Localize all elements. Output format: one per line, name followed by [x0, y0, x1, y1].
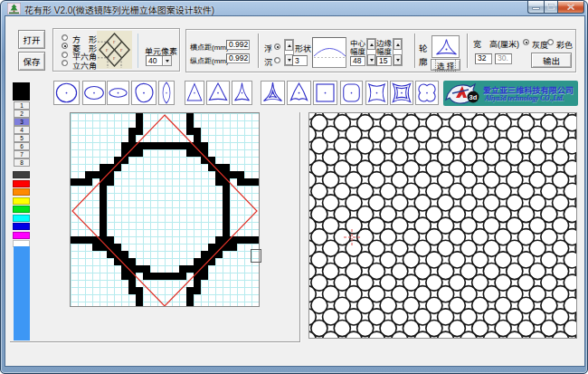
contour-select-label: 选 择 [435, 59, 456, 72]
unit-cell-raster [71, 113, 259, 306]
panel-divider-vertical [299, 112, 300, 342]
output-height-field[interactable]: 30. [495, 53, 512, 64]
shape-label: 形状 [295, 43, 311, 54]
layer-button-7[interactable]: 7 [14, 150, 30, 158]
color-swatch-0[interactable] [13, 171, 30, 178]
output-width-field[interactable]: 32 [475, 53, 492, 64]
color-swatch-4[interactable] [13, 206, 30, 213]
window-controls [527, 1, 584, 14]
layer-button-1[interactable]: 1 [14, 101, 30, 110]
shape-button-tri-star-sharp[interactable] [261, 81, 285, 105]
shape-button-rounded-triangle[interactable] [206, 81, 230, 105]
output-size-label: 宽 高(厘米) [473, 38, 519, 51]
layer-button-6[interactable]: 6 [14, 142, 30, 150]
separator-2 [414, 34, 415, 68]
output-button[interactable]: 输出 [531, 53, 572, 68]
v-pitch-field[interactable]: 0.992 [226, 53, 250, 63]
diamond-arrangement-diagram: FF FF [97, 31, 132, 69]
shape-button-quatrefoil[interactable] [415, 81, 439, 105]
minimize-button[interactable] [527, 1, 544, 14]
color-swatch-5[interactable] [13, 215, 30, 222]
square-icon [314, 82, 337, 104]
center-amplitude-down[interactable] [367, 54, 375, 65]
shape-button-egg[interactable] [131, 81, 156, 105]
shape-button-flat-ellipse[interactable] [107, 81, 129, 105]
current-color-swatch[interactable] [13, 82, 30, 101]
tri-star-sharp-icon [261, 82, 284, 104]
unit-pixel-combobox[interactable]: 40 [146, 55, 172, 66]
shape-button-pointed-oval[interactable] [158, 81, 175, 105]
shape-button-square[interactable] [313, 81, 337, 105]
edge-amplitude-spinner [393, 38, 403, 66]
shape-button-tri-star[interactable] [232, 81, 252, 105]
edge-amplitude-down[interactable] [394, 54, 402, 65]
relief-spinner-up[interactable] [285, 40, 293, 51]
selection-box [251, 249, 261, 263]
shape-field[interactable]: 3 [292, 55, 308, 66]
shape-button-circle[interactable] [53, 81, 80, 105]
cell-shape-radio-3[interactable] [62, 60, 68, 66]
shape-button-tri-wavy[interactable] [287, 81, 311, 105]
edge-amplitude-field[interactable]: 15 [376, 56, 392, 66]
spinner-up-icon [288, 44, 291, 47]
edge-amplitude-up[interactable] [394, 39, 402, 50]
tiled-pattern [309, 113, 576, 338]
grayscale-radio[interactable] [523, 39, 529, 45]
minimize-icon [528, 1, 544, 13]
contour-label-2: 廓 [419, 55, 428, 68]
grayscale-label: 灰度 [532, 39, 548, 51]
h-pitch-label: 横点距(mm) [190, 42, 229, 52]
shape-button-pincushion-arcs[interactable] [390, 81, 413, 105]
unit-cell-editor[interactable] [70, 112, 260, 307]
float-radio[interactable] [274, 43, 280, 50]
egg-icon [132, 82, 156, 104]
contour-select-button[interactable]: 选 择 [431, 59, 460, 71]
color-radio[interactable] [547, 39, 554, 45]
quatrefoil-icon [416, 82, 438, 104]
layer-button-5[interactable]: 5 [14, 134, 30, 142]
center-amplitude-up[interactable] [367, 39, 375, 50]
sink-radio[interactable] [274, 57, 280, 63]
color-swatch-3[interactable] [13, 197, 30, 205]
shape-button-ellipse[interactable] [82, 81, 106, 105]
pointed-oval-icon [159, 82, 174, 104]
sink-label: 沉 [264, 56, 272, 68]
pattern-preview[interactable] [308, 112, 577, 339]
window-title: 花有形 V2.0(微透镜阵列光栅立体图案设计软件) [24, 3, 214, 16]
color-swatch-6[interactable] [13, 223, 30, 230]
triangle-icon [185, 82, 204, 104]
maximize-button[interactable] [544, 1, 558, 14]
dropdown-arrow-icon [166, 60, 169, 62]
cell-shape-radio-1[interactable] [62, 43, 68, 49]
cell-shape-option-label-3: 立六角 [72, 60, 97, 72]
shape-button-pincushion[interactable] [365, 81, 388, 105]
open-button[interactable]: 打开 [18, 30, 45, 49]
active-color-bar[interactable] [14, 246, 30, 340]
cell-shape-radio-0[interactable] [62, 34, 68, 41]
unit-pixel-value: 40 [148, 56, 156, 65]
color-swatch-2[interactable] [13, 188, 30, 196]
app-icon [7, 3, 21, 14]
shape-button-rounded-square[interactable] [340, 81, 363, 105]
maximize-icon [545, 1, 557, 12]
title-bar[interactable]: 花有形 V2.0(微透镜阵列光栅立体图案设计软件) [1, 1, 587, 16]
color-swatch-1[interactable] [13, 180, 30, 187]
center-amplitude-spinner [366, 38, 376, 66]
separator-1 [258, 34, 259, 68]
svg-text:3d: 3d [469, 93, 478, 101]
layer-button-8[interactable]: 8 [14, 158, 30, 167]
save-button[interactable]: 保存 [18, 52, 45, 71]
color-swatch-7[interactable] [13, 232, 30, 239]
h-pitch-field[interactable]: 0.992 [226, 40, 250, 50]
center-amplitude-field[interactable]: 48 [350, 56, 365, 66]
spinner-down-icon [370, 59, 374, 62]
unit-pixel-dropdown-button[interactable] [162, 56, 171, 65]
layer-button-3[interactable]: 3 [14, 118, 30, 126]
layer-button-2[interactable]: 2 [14, 110, 30, 118]
cell-shape-radio-2[interactable] [62, 52, 68, 58]
rounded-triangle-icon [207, 82, 229, 104]
spinner-up-icon [396, 43, 400, 46]
layer-button-4[interactable]: 4 [14, 126, 30, 134]
shape-button-triangle[interactable] [185, 81, 204, 105]
close-button[interactable] [558, 1, 584, 14]
